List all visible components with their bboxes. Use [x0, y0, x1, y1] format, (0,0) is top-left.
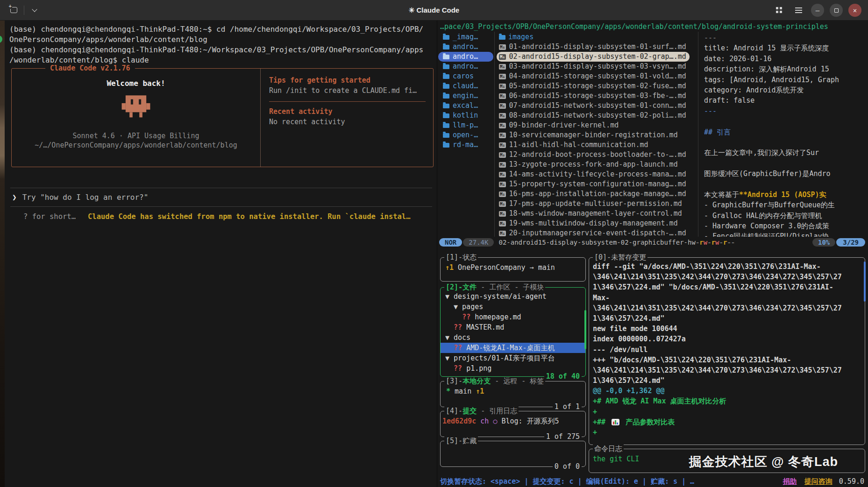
git-tree-row[interactable]: ??AMD-锐龙AI-Max-桌面主机: [441, 343, 585, 353]
git-tree-row[interactable]: ??homepage.md: [441, 312, 585, 322]
parent-dir-item[interactable]: _imag…: [438, 32, 493, 42]
preview-text: ## 引言: [704, 128, 731, 136]
diff-scrollbar[interactable]: [864, 261, 866, 302]
claude-box-right: Tips for getting started Run /init to cr…: [260, 69, 433, 167]
file-item[interactable]: 19-wms-multiwindow-display-management.md: [497, 219, 697, 228]
tree-entry-name: docs: [454, 332, 470, 343]
tree-entry-name: design-system/ai-agent: [454, 291, 547, 302]
diff-line: +++ "b/docs/AMD-\351\224\220\351\276\231…: [593, 355, 865, 365]
parent-dir-item[interactable]: open-…: [438, 130, 493, 140]
parent-dir-item[interactable]: rd-ma…: [438, 140, 493, 150]
claude-prompt[interactable]: ❯Try "how do I log an error?": [9, 188, 432, 206]
file-item[interactable]: images: [497, 32, 697, 42]
permission-char: -: [719, 239, 723, 246]
preview-line: [704, 116, 866, 127]
file-item-pill: 06-android15-storage-subsystem-03-fbe-….…: [497, 91, 690, 101]
file-item[interactable]: 08-android15-network-subsystem-02-poli….…: [497, 111, 697, 120]
maximize-button[interactable]: [830, 4, 843, 17]
file-item-pill: 10-servicemanager-binder-registration.md: [497, 130, 681, 140]
donate-link[interactable]: 捐助: [783, 477, 797, 486]
folder-icon: [443, 133, 449, 138]
markdown-icon: [499, 123, 506, 128]
file-item-pill: 16-pms-app-installation-package-manage….…: [497, 189, 690, 199]
parent-dir-item[interactable]: claud…: [438, 81, 493, 91]
folder-icon: [443, 45, 449, 49]
git-commits-panel[interactable]: [4]-提交 - 引用日志 1ed62d9c ch ○ Blog: 开源系列5 …: [440, 411, 586, 437]
diff-text: +: [593, 408, 597, 416]
parent-dir-item[interactable]: andro…: [438, 42, 493, 52]
diff-line: Max-: [593, 293, 865, 303]
git-tree-row[interactable]: ??MASTER.md: [441, 322, 585, 332]
file-item-pill: 11-aidl-hidl-hal-communication.md: [497, 140, 651, 150]
menu-button[interactable]: [791, 3, 805, 17]
terminal-pane[interactable]: (base) chendongqi@chendongqi-ThinkPad-T4…: [5, 21, 437, 487]
parent-dir-name: engin…: [453, 91, 478, 101]
parent-dir-item[interactable]: andro…: [438, 62, 493, 71]
desktop-edge: [0, 21, 5, 487]
tab-dropdown-button[interactable]: [28, 3, 42, 17]
file-item[interactable]: 09-binder-driver-kernel.md: [497, 120, 697, 130]
terminal-line: (base) chendongqi@chendongqi-ThinkPad-T4…: [9, 24, 432, 35]
file-item[interactable]: 18-wms-window-management-layer-control.m…: [497, 209, 697, 219]
git-diff-panel[interactable]: [0]-未暂存变更 diff --git "a/docs/AMD-\351\22…: [589, 257, 865, 445]
file-item[interactable]: 03-android15-display-subsystem-03-vsyn….…: [497, 62, 697, 71]
ask-link[interactable]: 提问咨询: [804, 477, 832, 486]
diff-line: \346\241\214\351\235\242\344\270\273\346…: [593, 365, 865, 375]
minimize-button[interactable]: –: [811, 4, 824, 17]
file-item[interactable]: 06-android15-storage-subsystem-03-fbe-….…: [497, 91, 697, 101]
file-item[interactable]: 15-property-system-configuration-manag….…: [497, 179, 697, 189]
file-item-pill: 12-android-boot-process-bootloader-to-….…: [497, 150, 690, 160]
git-status-panel[interactable]: [1]-状态 ↑1 OnePersonCompany → main: [440, 257, 586, 282]
file-item[interactable]: 17-pms-app-update-multiuser-permission.m…: [497, 199, 697, 209]
file-item-pill: 02-android15-display-subsystem-02-grap….…: [497, 52, 690, 62]
file-item[interactable]: 16-pms-app-installation-package-manage….…: [497, 189, 697, 199]
file-item[interactable]: 20-inputmanagerservice-event-dispatch-….…: [497, 228, 697, 237]
file-manager-pane: …pace/03_Projects/OPB/OnePersonCompany/a…: [437, 21, 868, 249]
file-name: 13-zygote-process-fork-and-app-launch.md: [509, 160, 677, 169]
file-item[interactable]: 12-android-boot-process-bootloader-to-….…: [497, 150, 697, 160]
workspace-grid-button[interactable]: [772, 3, 786, 17]
git-file-tree: ▼design-system/ai-agent ▼pages ??homepag…: [441, 288, 585, 374]
file-item[interactable]: 01-android15-display-subsystem-01-surf….…: [497, 42, 697, 52]
git-tree-row[interactable]: ▼docs: [441, 332, 585, 343]
file-item[interactable]: 10-servicemanager-binder-registration.md: [497, 130, 697, 140]
file-item[interactable]: 11-aidl-hidl-hal-communication.md: [497, 140, 697, 150]
file-item-pill: 14-ams-activity-lifecycle-process-mana….…: [497, 169, 690, 179]
file-item[interactable]: 04-android15-storage-subsystem-01-vold….…: [497, 71, 697, 81]
file-item[interactable]: 02-android15-display-subsystem-02-grap….…: [497, 52, 697, 62]
new-tab-button[interactable]: [7, 3, 21, 17]
git-tree-row[interactable]: ▼projects/01-AI亲子项目平台: [441, 353, 585, 363]
file-name: 11-aidl-hidl-hal-communication.md: [509, 140, 648, 150]
close-button[interactable]: ✕: [848, 4, 861, 17]
panel-number: [3]-: [446, 377, 462, 385]
parent-dir-item[interactable]: llm-p…: [438, 120, 493, 130]
parent-dir-item[interactable]: excal…: [438, 101, 493, 111]
parent-dir-item[interactable]: engin…: [438, 91, 493, 101]
preview-text: 本文将基于: [704, 191, 739, 199]
file-name: 19-wms-multiwindow-display-management.md: [509, 219, 677, 228]
git-tree-row[interactable]: ▼pages: [441, 302, 585, 312]
git-tree-row[interactable]: ▼design-system/ai-agent: [441, 291, 585, 302]
terminal-line: (base) chendongqi@chendongqi-ThinkPad-T4…: [9, 45, 432, 55]
preview-text: - Fence同步机制保证GPU/Display协: [704, 232, 829, 237]
titlebar-separator: [24, 6, 24, 15]
parent-dir-item[interactable]: kotlin: [438, 111, 493, 120]
markdown-icon: [499, 231, 506, 236]
keybinding-hints: 切换暂存状态: <space> | 提交变更: c | 编辑(Edit): e …: [440, 477, 694, 486]
file-item[interactable]: 13-zygote-process-fork-and-app-launch.md: [497, 160, 697, 169]
git-branches-panel-title: [3]-本地分支 - 远程 - 标签: [444, 377, 545, 386]
parent-dir-item[interactable]: andro…: [438, 52, 493, 62]
commit-message: Blog: 开源系列5: [497, 417, 559, 425]
parent-dir-name: llm-p…: [453, 120, 478, 130]
git-files-panel[interactable]: [2]-文件 - 工作区 - 子模块 ▼design-system/ai-age…: [440, 287, 586, 377]
parent-dir-item[interactable]: caros: [438, 71, 493, 81]
preview-line: ---: [704, 106, 866, 116]
files-scrollbar[interactable]: [584, 310, 586, 349]
tree-status-mark: ▼: [445, 332, 449, 343]
git-stash-panel[interactable]: [5]-贮藏 0 of 0: [440, 441, 586, 467]
file-item[interactable]: 14-ams-activity-lifecycle-process-mana….…: [497, 169, 697, 179]
mode-badge: NOR: [439, 238, 462, 247]
git-branches-panel[interactable]: [3]-本地分支 - 远程 - 标签 * main ↑1 1 of 1: [440, 381, 586, 407]
file-item[interactable]: 07-android15-network-subsystem-01-conn….…: [497, 101, 697, 111]
file-item[interactable]: 05-android15-storage-subsystem-02-fuse….…: [497, 81, 697, 91]
